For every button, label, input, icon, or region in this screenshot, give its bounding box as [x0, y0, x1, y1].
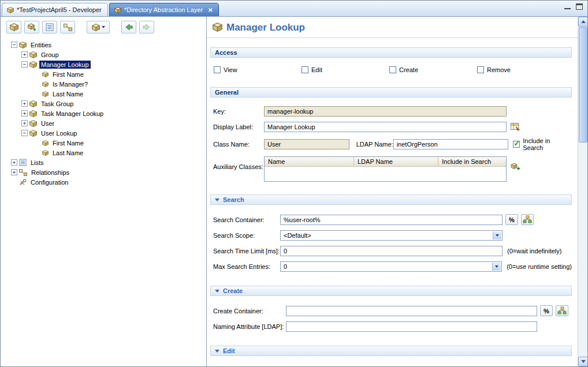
minimize-icon[interactable]	[564, 3, 571, 10]
expand-icon[interactable]: +	[21, 120, 28, 126]
expand-icon[interactable]: +	[11, 159, 17, 166]
scroll-down-icon[interactable]	[578, 357, 587, 366]
remove-checkbox[interactable]	[477, 66, 484, 73]
scroll-up-icon[interactable]	[578, 17, 587, 27]
add-attribute-button[interactable]	[24, 21, 39, 33]
back-button[interactable]	[121, 21, 136, 33]
search-container-field[interactable]: %user-root%	[280, 215, 503, 225]
tree-item-label: User Lookup	[39, 129, 79, 137]
attribute-icon	[42, 81, 49, 87]
max-search-entries-label: Max Search Entries:	[213, 263, 280, 270]
tree-item-relationships[interactable]: + Relationships	[8, 167, 205, 177]
section-title: Access	[215, 49, 237, 56]
search-time-limit-label: Search Time Limit [ms]:	[213, 248, 280, 254]
tree-item-lists[interactable]: + Lists	[8, 158, 205, 167]
add-entity-button[interactable]	[6, 21, 21, 33]
tree-item-task-manager-lookup[interactable]: + Task Manager Lookup	[8, 108, 205, 118]
section-title: General	[215, 89, 239, 96]
entity-dropdown-button[interactable]	[87, 21, 110, 33]
tree-item-label-selected: Manager Lookup	[39, 61, 91, 69]
collapse-triangle-icon[interactable]	[215, 350, 219, 353]
tab-testproject[interactable]: *TestProjectApril5 - Developer	[2, 3, 108, 16]
tree-item-first-name[interactable]: First Name	[8, 138, 205, 148]
attribute-icon	[42, 72, 49, 77]
section-search[interactable]: Search	[210, 194, 572, 205]
entity-icon	[213, 23, 222, 33]
collapse-icon[interactable]: −	[21, 61, 28, 68]
section-edit[interactable]: Edit	[210, 346, 572, 356]
search-scope-label: Search Scope:	[213, 232, 280, 239]
attribute-icon	[42, 91, 49, 97]
expand-icon[interactable]: +	[21, 51, 28, 58]
tree-item-user[interactable]: + User	[8, 118, 205, 128]
localize-display-label-icon[interactable]	[511, 123, 520, 132]
tree-item-last-name[interactable]: Last Name	[8, 89, 205, 99]
create-checkbox[interactable]	[389, 66, 396, 73]
tree-item-label: User	[39, 119, 56, 128]
attribute-icon	[42, 150, 49, 156]
restore-icon[interactable]	[576, 3, 583, 10]
search-time-limit-field[interactable]: 0	[280, 246, 503, 256]
tree-item-label: Relationships	[29, 168, 71, 177]
column-header: LDAP Name	[354, 157, 438, 166]
search-time-limit-row: Search Time Limit [ms]: 0 (0=wait indefi…	[213, 246, 572, 256]
display-label-field[interactable]: Manager Lookup	[264, 122, 507, 132]
tab-label: *TestProjectApril5 - Developer	[17, 6, 102, 13]
collapse-icon[interactable]: −	[11, 42, 17, 48]
tree-item-manager-lookup[interactable]: − Manager Lookup	[8, 59, 205, 69]
tree-item-is-manager[interactable]: Is Manager?	[8, 79, 205, 89]
parameter-percent-button[interactable]: %	[540, 305, 553, 316]
tree-item-first-name[interactable]: First Name	[8, 69, 205, 79]
search-container-row: Search Container: %user-root% %	[213, 214, 572, 225]
create-container-field[interactable]	[286, 306, 537, 316]
search-scope-select[interactable]: <Default>	[280, 230, 503, 241]
dropdown-arrow-icon[interactable]	[492, 263, 501, 271]
expand-icon[interactable]: +	[21, 100, 28, 107]
edit-auxiliary-classes-icon[interactable]	[511, 162, 520, 171]
dropdown-arrow-icon	[102, 26, 105, 28]
tree-item-user-lookup[interactable]: − User Lookup	[8, 128, 205, 138]
collapse-icon[interactable]: −	[21, 130, 28, 136]
section-access: Access	[210, 47, 572, 58]
ldap-name-label: LDAP Name:	[356, 141, 393, 148]
tree-item-last-name[interactable]: Last Name	[8, 148, 205, 158]
tab-directory-abstraction-layer[interactable]: *Directory Abstraction Layer ✕	[109, 3, 219, 16]
auxiliary-classes-table[interactable]: Name LDAP Name Include in Search	[264, 156, 507, 182]
tree-item-label: First Name	[51, 139, 85, 147]
parameter-percent-button[interactable]: %	[505, 214, 518, 225]
add-list-button[interactable]	[42, 21, 57, 33]
forward-button[interactable]	[139, 21, 154, 33]
browse-container-button[interactable]	[556, 305, 568, 316]
auxiliary-classes-header: Name LDAP Name Include in Search	[265, 157, 506, 167]
tree-item-group[interactable]: + Group	[8, 50, 205, 59]
scrollbar-thumb[interactable]	[579, 27, 587, 143]
entity-editor: Manager Lookup Access View	[207, 17, 578, 366]
tree-item-configuration[interactable]: Configuration	[8, 177, 205, 187]
tree-item-task-group[interactable]: + Task Group	[8, 99, 205, 108]
entity-icon	[29, 51, 37, 58]
access-checkbox-row: View Edit Create Remove	[214, 66, 572, 73]
ldap-name-field[interactable]: inetOrgPerson	[393, 139, 509, 149]
view-checkbox[interactable]	[214, 66, 221, 73]
collapse-triangle-icon[interactable]	[215, 199, 219, 201]
naming-attribute-field[interactable]	[286, 321, 537, 332]
vertical-scrollbar[interactable]	[578, 17, 587, 366]
max-search-entries-row: Max Search Entries: 0 (0=use runtime set…	[213, 261, 572, 272]
include-in-search-checkbox[interactable]	[513, 141, 520, 148]
close-tab-icon[interactable]: ✕	[208, 7, 213, 13]
entity-editor-panel: Manager Lookup Access View	[207, 17, 587, 366]
search-scope-row: Search Scope: <Default>	[213, 230, 572, 241]
section-create[interactable]: Create	[210, 286, 572, 296]
expand-icon[interactable]: +	[21, 110, 28, 117]
tree-item-label: Configuration	[29, 178, 70, 186]
max-search-entries-select[interactable]: 0	[280, 261, 502, 272]
collapse-triangle-icon[interactable]	[215, 290, 219, 293]
section-title: Create	[223, 287, 243, 294]
tree-item-entities[interactable]: − Entities	[8, 40, 205, 50]
browse-container-button[interactable]	[521, 214, 534, 225]
expand-icon[interactable]: +	[11, 169, 17, 175]
page-title: Manager Lookup	[226, 22, 305, 33]
edit-checkbox[interactable]	[302, 66, 308, 73]
add-relationship-button[interactable]	[60, 21, 75, 33]
dropdown-arrow-icon[interactable]	[493, 231, 501, 239]
